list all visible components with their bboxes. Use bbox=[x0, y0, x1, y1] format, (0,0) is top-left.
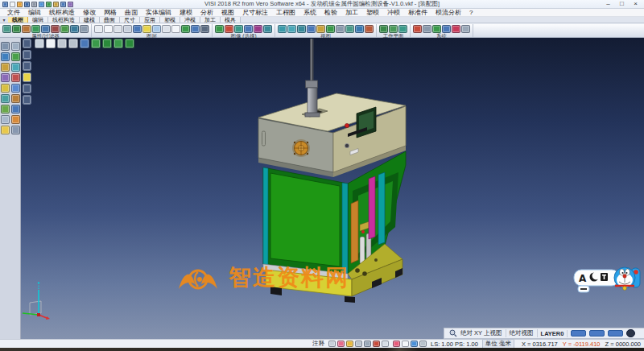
toolbar-icon[interactable] bbox=[452, 25, 460, 33]
toolbar-icon[interactable] bbox=[133, 25, 142, 33]
toolbar-icon[interactable] bbox=[80, 25, 89, 33]
toolbar-icon[interactable] bbox=[1, 84, 10, 93]
toolbar-icon[interactable] bbox=[461, 25, 470, 33]
toolbar-icon[interactable] bbox=[234, 25, 243, 33]
toolbar-icon[interactable] bbox=[419, 341, 427, 347]
status-button[interactable] bbox=[608, 330, 623, 337]
toolbar-icon[interactable] bbox=[23, 50, 31, 60]
toolbar-icon[interactable] bbox=[46, 2, 52, 7]
toolbar-icon[interactable] bbox=[336, 25, 345, 33]
toolbar-icon[interactable] bbox=[200, 25, 209, 33]
toolbar-icon[interactable] bbox=[1, 63, 10, 72]
toolbar-icon[interactable] bbox=[254, 25, 262, 33]
toolbar-icon[interactable] bbox=[382, 341, 389, 347]
toolbar-icon[interactable] bbox=[114, 25, 122, 33]
toolbar-tab[interactable]: 冲模 bbox=[180, 17, 200, 23]
toolbar-icon[interactable] bbox=[39, 2, 44, 7]
toolbar-icon[interactable] bbox=[326, 25, 335, 33]
toolbar-icon[interactable] bbox=[191, 25, 200, 33]
toolbar-icon[interactable] bbox=[104, 25, 113, 33]
toolbar-icon[interactable] bbox=[142, 25, 151, 33]
toolbar-icon[interactable] bbox=[297, 25, 306, 33]
workplane-indicator[interactable]: 绝对 XY 上视图 bbox=[460, 329, 506, 337]
toolbar-icon[interactable] bbox=[23, 84, 31, 93]
toolbar-icon[interactable] bbox=[53, 2, 59, 7]
toolbar-icon[interactable] bbox=[114, 39, 123, 48]
menu-item[interactable]: 塑模 bbox=[362, 8, 383, 17]
toolbar-tab[interactable]: 应用 bbox=[140, 17, 160, 23]
toolbar-icon[interactable] bbox=[2, 2, 8, 7]
status-button[interactable] bbox=[571, 330, 586, 337]
menu-item[interactable]: 模流分析 bbox=[431, 8, 465, 17]
toolbar-icon[interactable] bbox=[1, 52, 10, 61]
menu-item[interactable]: 系统 bbox=[299, 8, 320, 17]
toolbar-icon[interactable] bbox=[337, 341, 345, 347]
maximize-button[interactable]: □ bbox=[615, 0, 629, 8]
toolbar-icon[interactable] bbox=[24, 2, 30, 7]
toolbar-icon[interactable] bbox=[346, 341, 353, 347]
toolbar-icon[interactable] bbox=[1, 105, 10, 114]
toolbar-icon[interactable] bbox=[393, 341, 400, 347]
toolbar-icon[interactable] bbox=[215, 25, 224, 33]
toolbar-icon[interactable] bbox=[225, 25, 233, 33]
toolbar-icon[interactable] bbox=[423, 25, 431, 33]
menu-item[interactable]: 分析 bbox=[196, 8, 217, 17]
toolbar-icon[interactable] bbox=[398, 25, 407, 33]
toolbar-icon[interactable] bbox=[442, 25, 451, 33]
toolbar-icon[interactable] bbox=[41, 25, 50, 33]
toolbar-icon[interactable] bbox=[11, 126, 20, 134]
toolbar-icon[interactable] bbox=[11, 115, 20, 124]
status-icon[interactable] bbox=[626, 329, 635, 337]
menu-item[interactable]: 曲面 bbox=[121, 8, 142, 17]
menu-item[interactable]: 修改 bbox=[79, 8, 100, 17]
menu-item[interactable]: 建模 bbox=[175, 8, 196, 17]
toolbar-icon[interactable] bbox=[10, 2, 15, 7]
toolbar-icon[interactable] bbox=[345, 25, 354, 33]
toolbar-icon[interactable] bbox=[316, 25, 325, 33]
toolbar-icon[interactable] bbox=[11, 73, 20, 82]
toolbar-icon[interactable] bbox=[365, 25, 374, 33]
toolbar-icon[interactable] bbox=[2, 25, 11, 33]
status-button[interactable] bbox=[589, 330, 605, 337]
toolbar-icon[interactable] bbox=[1, 94, 10, 103]
menu-item[interactable]: 冲模 bbox=[383, 8, 404, 17]
toolbar-icon[interactable] bbox=[12, 25, 21, 33]
view-indicator[interactable]: 绝对视图 bbox=[510, 329, 538, 337]
toolbar-icon[interactable] bbox=[17, 2, 23, 7]
toolbar-icon[interactable] bbox=[23, 61, 31, 71]
menu-item[interactable]: 线框构造 bbox=[45, 8, 79, 17]
toolbar-icon[interactable] bbox=[152, 25, 161, 33]
toolbar-icon[interactable] bbox=[379, 25, 388, 33]
toolbar-icon[interactable] bbox=[411, 341, 418, 347]
toolbar-icon[interactable] bbox=[102, 39, 112, 48]
toolbar-tab[interactable]: 尺寸 bbox=[120, 17, 140, 23]
toolbar-icon[interactable] bbox=[22, 25, 31, 33]
toolbar-tab[interactable]: 模具 bbox=[221, 17, 241, 23]
ime-toolbar[interactable]: A bbox=[573, 263, 641, 297]
toolbar-icon[interactable] bbox=[364, 341, 371, 347]
toolbar-icon[interactable] bbox=[11, 63, 20, 72]
toolbar-icon[interactable] bbox=[91, 39, 101, 48]
toolbar-icon[interactable] bbox=[263, 25, 272, 33]
menu-item[interactable]: 工程图 bbox=[272, 8, 299, 17]
toolbar-icon[interactable] bbox=[60, 2, 66, 7]
toolbar-icon[interactable] bbox=[125, 39, 134, 48]
toolbar-icon[interactable] bbox=[23, 72, 31, 82]
annotation-label[interactable]: 注释 bbox=[312, 340, 324, 348]
toolbar-icon[interactable] bbox=[11, 94, 20, 103]
toolbar-icon[interactable] bbox=[373, 341, 380, 347]
toolbar-icon[interactable] bbox=[1, 73, 10, 82]
toolbar-icon[interactable] bbox=[31, 25, 40, 33]
magnifier-icon[interactable] bbox=[449, 329, 457, 337]
toolbar-icon[interactable] bbox=[432, 25, 441, 33]
toolbar-icon[interactable] bbox=[60, 25, 69, 33]
toolbar-icon[interactable] bbox=[94, 25, 103, 33]
toolbar-tab[interactable]: 塑模 bbox=[160, 17, 180, 23]
toolbar-icon[interactable] bbox=[11, 84, 20, 93]
toolbar-icon[interactable] bbox=[355, 341, 362, 347]
toolbar-icon[interactable] bbox=[80, 39, 89, 48]
toolbar-icon[interactable] bbox=[51, 25, 60, 33]
menu-item[interactable]: ? bbox=[465, 9, 477, 16]
toolbar-icon[interactable] bbox=[70, 25, 79, 33]
menu-item[interactable]: 编辑 bbox=[24, 8, 45, 17]
